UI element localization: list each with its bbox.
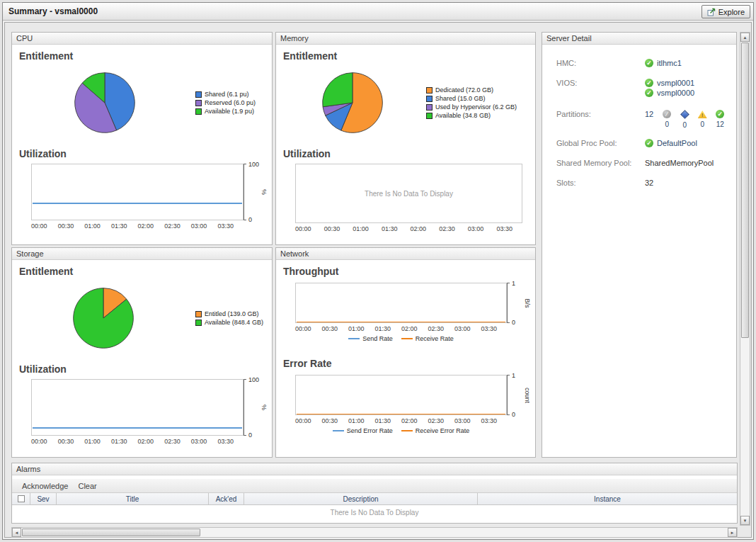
column-header-title[interactable]: Title <box>57 493 209 504</box>
acknowledge-button[interactable]: Acknowledge <box>22 482 68 490</box>
column-header-acked[interactable]: Ack'ed <box>209 493 244 504</box>
y-axis-min-label: 0 <box>512 411 515 418</box>
legend-swatch <box>426 113 433 119</box>
x-axis-tick-label: 01:00 <box>353 225 369 232</box>
storage-entitlement-pie[interactable] <box>71 286 136 351</box>
status-ok-icon <box>645 89 653 97</box>
memory-panel: Memory Entitlement Dedicated (72.0 GB)Sh… <box>275 32 536 245</box>
x-axis-tick-label: 01:30 <box>374 417 391 424</box>
legend-label: Reserved (6.0 pu) <box>205 99 256 106</box>
x-axis-tick-label: 00:00 <box>31 222 47 230</box>
legend-item: Available (34.8 GB) <box>426 112 517 119</box>
cpu-entitlement-legend: Shared (6.1 pu)Reserved (6.0 pu)Availabl… <box>195 89 256 116</box>
x-axis-tick-label: 03:30 <box>496 225 512 232</box>
scrollbar-up-button[interactable] <box>740 33 750 42</box>
cpu-utilization-chart: 00:0000:3001:0001:3002:0002:3003:0003:30… <box>31 164 268 230</box>
y-axis: 10count <box>507 375 531 415</box>
x-axis-tick-label: 03:00 <box>191 222 207 230</box>
vertical-scrollbar-thumb[interactable] <box>741 43 749 338</box>
storage-utilization-chart: 00:0000:3001:0001:3002:0002:3003:0003:30… <box>31 379 268 445</box>
x-axis-tick-label: 00:30 <box>324 225 340 232</box>
chart-plot-area: There Is No Data To Display <box>295 164 522 223</box>
hmc-value-link[interactable]: itlhmc1 <box>657 59 682 67</box>
select-all-checkbox[interactable] <box>18 495 25 502</box>
x-axis-tick-label: 01:30 <box>382 225 398 232</box>
status-ok-icon <box>645 79 653 87</box>
column-header-description[interactable]: Description <box>244 493 478 504</box>
vios-value-link[interactable]: vsmpl0001 <box>657 79 694 87</box>
x-axis-tick-label: 01:30 <box>111 222 127 230</box>
app-window: Summary - vsmal0000 Explore CPU Entitlem… <box>2 2 754 540</box>
horizontal-scrollbar[interactable] <box>11 527 738 538</box>
y-axis-unit-label: % <box>260 189 268 195</box>
scrollbar-left-button[interactable] <box>12 528 21 537</box>
explore-button-label: Explore <box>718 8 745 16</box>
clear-button[interactable]: Clear <box>78 482 96 490</box>
x-axis-tick-label: 01:30 <box>111 438 127 445</box>
dashboard-content: CPU Entitlement Shared (6.1 pu)Reserved … <box>4 22 752 538</box>
cpu-entitlement-pie[interactable] <box>72 70 137 135</box>
storage-utilization-heading: Utilization <box>19 363 272 375</box>
legend-item: Available (848.4 GB) <box>195 319 263 326</box>
x-axis-tick-label: 00:00 <box>295 417 311 424</box>
series-line <box>297 322 505 323</box>
column-header-instance[interactable]: Instance <box>478 493 737 504</box>
scrollbar-down-button[interactable] <box>740 516 750 525</box>
partitions-fatal-count: 0 <box>682 121 687 129</box>
column-header-sev[interactable]: Sev <box>30 493 57 504</box>
partitions-row: Partitions: 12 0 0 0 <box>556 110 729 129</box>
legend-label: Receive Rate <box>416 335 454 342</box>
x-axis-tick-label: 02:00 <box>138 438 154 445</box>
series-line <box>33 427 242 429</box>
y-axis-min-label: 0 <box>248 216 252 223</box>
legend-item: Send Error Rate <box>333 427 393 434</box>
memory-utilization-heading: Utilization <box>283 148 535 159</box>
hmc-label: HMC: <box>556 59 645 67</box>
legend-label: Receive Error Rate <box>416 427 470 434</box>
x-axis-tick-label: 00:30 <box>321 417 338 424</box>
x-axis: 00:0000:3001:0001:3002:0002:3003:0003:30 <box>31 436 244 445</box>
vertical-scrollbar[interactable] <box>740 32 750 526</box>
chart-plot-area <box>31 164 244 220</box>
status-ok-icon <box>716 110 724 118</box>
x-axis: 00:0000:3001:0001:3002:0002:3003:0003:30 <box>295 415 507 424</box>
pie-slice[interactable] <box>323 73 353 107</box>
cpu-utilization-heading: Utilization <box>19 148 272 159</box>
horizontal-scrollbar-thumb[interactable] <box>22 529 200 536</box>
legend-line-swatch <box>401 430 413 431</box>
storage-panel-title: Storage <box>16 249 44 258</box>
x-axis-tick-label: 02:30 <box>164 438 181 445</box>
memory-utilization-chart: There Is No Data To Display00:0000:3001:… <box>295 164 522 232</box>
partitions-total-link[interactable]: 12 <box>645 110 653 118</box>
x-axis: 00:0000:3001:0001:3002:0002:3003:0003:30 <box>295 223 522 232</box>
partitions-warning-count: 0 <box>700 120 704 128</box>
chart-plot-area <box>295 283 507 323</box>
x-axis-tick-label: 03:30 <box>481 325 497 332</box>
legend-line-swatch <box>333 430 344 431</box>
legend-swatch <box>195 108 202 115</box>
x-axis-tick-label: 01:00 <box>348 325 365 332</box>
series-line <box>297 414 505 415</box>
scrollbar-right-button[interactable] <box>728 528 737 537</box>
y-axis-max-label: 1 <box>512 372 515 379</box>
status-ok-icon <box>645 59 653 67</box>
legend-swatch <box>195 91 202 98</box>
alarms-panel: Alarms Acknowledge Clear Sev Title Ack'e… <box>11 463 738 524</box>
global-proc-pool-value-link[interactable]: DefaultPool <box>657 139 697 147</box>
memory-entitlement-pie[interactable] <box>320 70 385 135</box>
legend-label: Send Error Rate <box>347 427 393 434</box>
explore-button[interactable]: Explore <box>701 5 750 18</box>
chart-area: 00:0000:3001:0001:3002:0002:3003:0003:30… <box>31 164 268 230</box>
x-axis-tick-label: 03:30 <box>217 222 234 230</box>
vios-value-link[interactable]: vsmpl0000 <box>657 89 694 97</box>
status-fatal-icon <box>680 110 689 119</box>
partitions-unknown-count: 0 <box>665 120 669 128</box>
x-axis-tick-label: 03:30 <box>217 438 234 445</box>
partitions-ok-count: 12 <box>716 120 724 128</box>
network-throughput-heading: Throughput <box>283 266 535 277</box>
chart-plot-area <box>31 379 244 436</box>
server-detail-panel-title: Server Detail <box>546 34 592 43</box>
storage-panel-header: Storage <box>12 248 272 260</box>
x-axis-tick-label: 02:30 <box>428 325 444 332</box>
y-axis-min-label: 0 <box>248 431 252 439</box>
